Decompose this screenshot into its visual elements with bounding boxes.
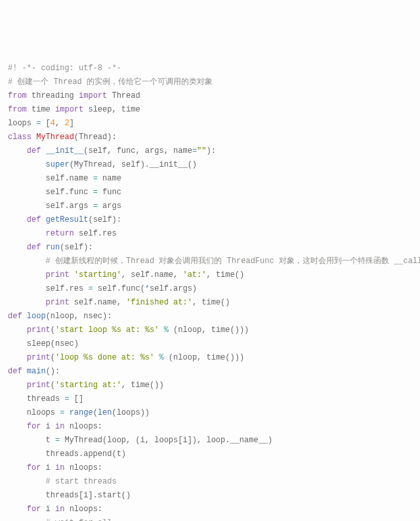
token-plain: (self): [88,215,121,224]
token-plain: ): [206,146,215,156]
token-plain: i [41,505,55,514]
token-plain: , self.name, [121,270,183,280]
token-plain: , [55,119,64,128]
token-plain: , time() [206,270,244,280]
code-line: print self.name, 'finished at:', time() [8,296,412,310]
code-line: from threading import Thread [8,89,412,103]
token-plain [159,325,163,335]
token-cm: #! -*- coding: utf-8 -*- [8,64,121,73]
code-line: sleep(nsec) [8,337,412,351]
token-plain: self.res [8,284,88,293]
token-plain [8,518,46,521]
token-plain: MyThread(loop, (i, loops[i]), loop.__nam… [60,436,272,445]
token-plain: (self, func, args, name [83,146,192,156]
token-kw: from [8,91,27,100]
token-plain [41,146,45,156]
token-op: = [192,146,197,156]
token-plain: ( [51,325,55,335]
token-cm: # wait for all [46,518,112,521]
token-kw: class [8,133,32,142]
token-plain: self.func( [93,284,145,293]
code-line: def run(self): [8,241,412,255]
token-plain: nloops: [64,422,102,431]
token-kw: for [27,505,41,514]
token-plain: self.func [8,188,93,197]
token-plain: self.res [74,229,117,238]
token-plain: args [98,201,121,211]
token-op: = [93,201,98,211]
token-st: 'starting' [74,270,121,280]
token-bi: range [70,408,93,417]
token-op: = [93,188,98,197]
token-kw: in [55,463,64,472]
token-plain [8,160,46,169]
token-fn: getResult [46,215,89,224]
token-kw: print [27,381,51,390]
code-line: class MyThread(Thread): [8,131,412,144]
code-line: for i in nloops: [8,461,412,475]
token-plain [8,243,27,252]
token-op: * [145,284,150,293]
token-op: % [164,325,169,335]
token-plain: ] [70,119,74,128]
token-bi: len [98,408,112,417]
token-kw: def [8,312,22,321]
token-plain: nloops: [64,463,102,472]
code-line: for i in nloops: [8,420,412,434]
token-plain [8,229,46,238]
token-kw: in [55,422,64,431]
token-st: 'loop %s done at: %s' [55,353,154,362]
token-kw: import [55,105,83,114]
token-plain: ( [51,381,55,390]
code-line: def __init__(self, func, args, name=""): [8,144,412,158]
token-plain [41,215,45,224]
token-plain: i [41,463,55,472]
token-cm: # start threads [46,477,117,486]
token-kw: print [46,270,70,280]
token-plain: ( [93,408,98,417]
token-plain: t [8,436,55,445]
token-plain [64,408,69,417]
token-plain: (MyThread, self).__init__() [70,160,197,169]
token-fn: main [27,367,46,376]
code-line: loops = [4, 2] [8,117,412,131]
token-nm: 4 [51,119,55,128]
token-kw: def [27,243,41,252]
code-line: self.name = name [8,172,412,186]
token-st: 'start loop %s at: %s' [55,325,159,335]
token-plain: (self): [60,243,93,252]
token-plain: self.args) [150,284,197,293]
code-line: def loop(nloop, nsec): [8,310,412,323]
token-plain: ( [51,353,55,362]
token-fn: run [46,243,60,252]
code-line: print('loop %s done at: %s' % (nloop, ti… [8,351,412,365]
token-plain [8,298,46,307]
token-plain [8,325,27,335]
token-plain: (Thread): [74,133,117,142]
code-line: threads[i].start() [8,489,412,503]
code-line: threads = [] [8,392,412,406]
token-plain: (nloop, time())) [169,325,249,335]
token-st: 'starting at:' [55,381,121,390]
token-plain: nloops: [64,505,102,514]
token-plain: threads[i].start() [8,491,131,500]
token-fn: __init__ [46,146,84,156]
token-plain: func [98,188,121,197]
token-cls: MyThread [36,133,74,142]
code-block: #! -*- coding: utf-8 -*-# 创建一个 Thread 的实… [8,62,412,521]
token-plain: (nloop, nsec): [46,312,112,321]
code-line: return self.res [8,227,412,241]
token-kw: in [55,505,64,514]
token-plain: threads [8,394,64,404]
code-line: self.func = func [8,186,412,199]
token-kw: def [27,215,41,224]
code-line: nloops = range(len(loops)) [8,406,412,420]
token-kw: def [27,146,41,156]
token-plain: self.name [8,174,93,183]
token-st: "" [197,146,206,156]
token-plain: loops [8,119,36,128]
token-st: 'at:' [182,270,206,280]
token-plain: name [98,174,121,183]
code-line: #! -*- coding: utf-8 -*- [8,62,412,75]
token-plain: [ [41,119,50,128]
